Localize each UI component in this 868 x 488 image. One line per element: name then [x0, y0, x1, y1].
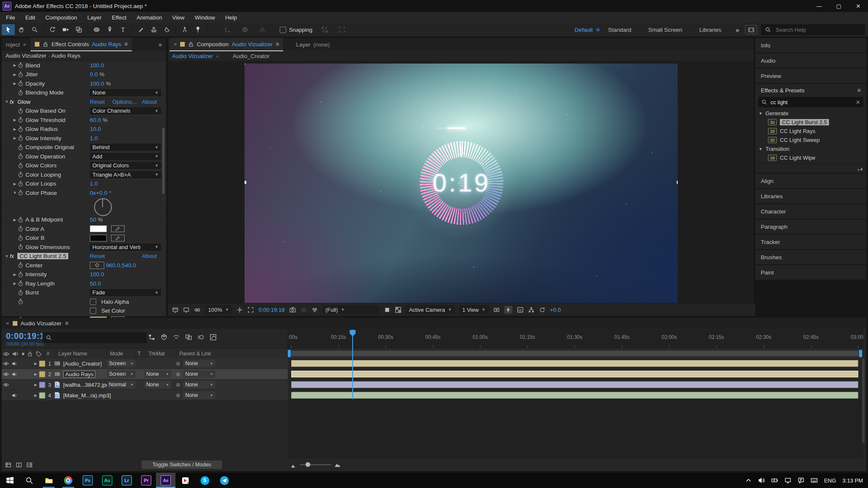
stopwatch-icon[interactable] — [18, 181, 25, 187]
value-text[interactable]: 1.0 — [90, 135, 98, 141]
work-area-bar[interactable] — [291, 351, 859, 356]
layer-parent-select[interactable]: None▼ — [183, 360, 215, 367]
layer-visibility-toggle[interactable] — [2, 361, 10, 366]
tray-chevron-up-icon[interactable] — [745, 477, 752, 484]
panel-tab-brushes[interactable]: Brushes — [755, 250, 866, 264]
preset-group-transition[interactable]: ▼Transition — [755, 144, 866, 153]
preset-item[interactable]: 32CC Light Sweep — [755, 136, 866, 144]
transparency-grid-icon[interactable] — [395, 307, 401, 313]
time-ruler[interactable]: 0:00s00:15s00:30s00:45s01:00s01:15s01:30… — [288, 329, 863, 348]
dropdown-burst[interactable]: Fade▼ — [90, 289, 161, 296]
stopwatch-icon[interactable] — [18, 262, 25, 268]
value-text[interactable]: 1.0 — [90, 180, 98, 187]
expander-right-icon[interactable]: ▶ — [12, 218, 18, 222]
stopwatch-icon[interactable] — [18, 153, 25, 159]
value-text[interactable]: 100.0 — [90, 271, 104, 277]
value-text[interactable]: 100.0 — [90, 80, 104, 87]
stopwatch-icon[interactable] — [18, 135, 25, 141]
column-parent-link[interactable]: Parent & Link — [177, 349, 288, 359]
panel-menu-icon[interactable]: ≡ — [65, 320, 68, 327]
clone-stamp-tool[interactable] — [147, 24, 160, 35]
taskbar-photoshop[interactable]: Ps — [78, 473, 97, 488]
color-swatch[interactable] — [90, 235, 107, 241]
language-indicator[interactable]: ENG — [824, 477, 836, 484]
expander-right-icon[interactable]: ▶ — [12, 63, 18, 67]
layer-visibility-toggle[interactable] — [2, 372, 10, 377]
stopwatch-icon[interactable] — [18, 80, 25, 86]
timeline-scrollbar[interactable] — [862, 358, 865, 443]
reset-link[interactable]: Reset — [90, 253, 105, 259]
snapping-checkbox[interactable] — [280, 27, 286, 33]
layer-parent-select[interactable]: None▼ — [183, 370, 215, 378]
search-help-input[interactable] — [775, 26, 853, 33]
column-trkmat[interactable]: TrkMat — [146, 349, 177, 359]
toggle-switches-modes-button[interactable]: Toggle Switches / Modes — [142, 460, 222, 469]
selection-handle-right[interactable] — [676, 180, 678, 184]
work-area-end-handle[interactable] — [859, 350, 862, 357]
preset-group-generate[interactable]: ▼Generate — [755, 109, 866, 118]
world-axis-mode-icon[interactable] — [238, 24, 251, 35]
parent-pickwhip-icon[interactable] — [174, 393, 182, 398]
panel-grip-icon[interactable] — [857, 165, 863, 171]
layer-expander-icon[interactable]: ▶ — [32, 362, 39, 366]
parent-pickwhip-icon[interactable] — [174, 372, 182, 377]
layer-expander-icon[interactable]: ▶ — [32, 394, 39, 397]
layer-anchor-point[interactable] — [459, 180, 465, 186]
stopwatch-icon[interactable] — [18, 90, 25, 96]
camera-select[interactable]: Active Camera▼ — [406, 305, 455, 314]
graph-editor-icon[interactable] — [210, 334, 217, 341]
reset-exposure-icon[interactable] — [539, 307, 545, 313]
taskbar-telegram[interactable] — [214, 473, 234, 488]
collapse-triangle-icon[interactable]: ▼ — [759, 111, 762, 116]
local-axis-mode-icon[interactable] — [221, 24, 234, 35]
expander-right-icon[interactable]: ▶ — [12, 72, 18, 77]
stopwatch-icon[interactable] — [18, 272, 25, 277]
column-number[interactable]: # — [44, 349, 56, 359]
value-text[interactable]: 0x+0.0 — [90, 190, 107, 196]
point-value[interactable]: 960.0,540.0 — [106, 262, 136, 269]
color-swatch[interactable] — [90, 225, 107, 232]
parent-pickwhip-icon[interactable] — [174, 361, 182, 366]
dropdown-glow-dimensions[interactable]: Horizontal and Verti▼ — [90, 244, 161, 251]
layer-duration-bar[interactable] — [291, 360, 858, 367]
mini-flowchart-icon[interactable] — [148, 334, 155, 341]
pixel-aspect-icon[interactable] — [493, 307, 500, 313]
target-region-icon[interactable] — [384, 307, 390, 313]
expander-right-icon[interactable]: ▶ — [12, 127, 18, 131]
menu-layer[interactable]: Layer — [82, 14, 107, 21]
column-label[interactable] — [34, 349, 44, 359]
preset-label[interactable]: CC Light Wipe — [780, 155, 815, 161]
timeline-button-icon[interactable] — [517, 307, 523, 313]
preset-item[interactable]: 16CC Light Wipe — [755, 153, 866, 162]
fast-previews-icon[interactable] — [504, 306, 512, 314]
checkbox-set-color[interactable] — [90, 308, 96, 314]
menu-help[interactable]: Help — [220, 14, 242, 21]
taskbar-premiere[interactable]: Pr — [136, 473, 156, 488]
search-help-box[interactable] — [761, 25, 865, 35]
tab-project[interactable]: roject× — [2, 42, 31, 48]
parent-pickwhip-icon[interactable] — [174, 383, 182, 387]
angle-dial[interactable] — [94, 198, 112, 216]
clock[interactable]: 3:13 PM — [843, 477, 863, 484]
show-channel-icon[interactable] — [312, 307, 318, 313]
panel-menu-icon[interactable]: ≡ — [857, 87, 861, 94]
taskbar-media-player[interactable] — [175, 473, 195, 488]
layer-name[interactable]: [Audio_Creator] — [63, 360, 102, 367]
column-solo[interactable] — [20, 349, 26, 359]
expander-right-icon[interactable]: ▶ — [12, 136, 18, 140]
menu-effect[interactable]: Effect — [107, 14, 131, 21]
expand-transfer-controls-icon[interactable] — [16, 462, 22, 468]
clear-search-icon[interactable]: ✕ — [856, 99, 860, 105]
preset-item[interactable]: 32CC Light Burst 2.5 — [755, 118, 866, 127]
taskbar-after-effects[interactable]: Ae — [156, 473, 175, 488]
tab-composition[interactable]: × Composition Audio Vizualizer ≡ — [170, 38, 283, 51]
expander-right-icon[interactable]: ▶ — [12, 182, 18, 186]
panel-tab-character[interactable]: Character — [755, 204, 866, 219]
workspace-libraries[interactable]: Libraries — [691, 27, 730, 33]
about-link[interactable]: About — [142, 99, 157, 105]
preset-label[interactable]: CC Light Rays — [780, 128, 815, 134]
presets-search-box[interactable]: cc light ✕ — [758, 97, 863, 107]
close-tab-icon[interactable]: × — [6, 320, 9, 327]
stopwatch-icon[interactable] — [18, 72, 25, 78]
expander-right-icon[interactable]: ▶ — [12, 118, 18, 122]
